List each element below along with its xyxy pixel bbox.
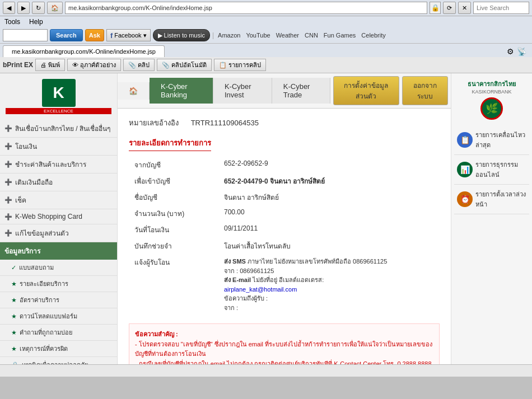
help-menu[interactable]: Help: [27, 17, 45, 26]
expand-icon-check: ➕: [4, 196, 12, 204]
bank-logo-icon: 🌿: [480, 97, 503, 120]
sms-desc: ภาษาไทย ไม่ยังหมายเลขโทรศัพท์มือถือ 0869…: [248, 258, 387, 265]
ref-label: หมายเลขอ้างอิง: [129, 119, 179, 127]
preview-label: อุภาศ์ตัวอย่าง: [80, 60, 116, 70]
sidebar-item-incident[interactable]: ★ เหตุการณ์ที่ควรผิด: [0, 341, 117, 357]
facebook-button[interactable]: f Facebook ▾: [106, 29, 151, 41]
bprint-logo: bPrint EX: [3, 61, 33, 69]
clipboard-icon: 📋: [460, 135, 470, 144]
auto-clip-button[interactable]: 📎 คลิปอัตโนมัติ: [157, 59, 212, 71]
online-icon: 📊: [457, 162, 473, 177]
nav-tab-trade[interactable]: K-Cyber Trade: [272, 78, 330, 104]
chart-icon: 📊: [460, 165, 470, 174]
tools-menu[interactable]: Tools: [3, 17, 22, 26]
table-row-amount: จำนวนเงิน (บาท) 700.00: [129, 205, 440, 222]
nav-tab-invest[interactable]: K-Cyber Invest: [213, 78, 272, 104]
cnn-link[interactable]: CNN: [303, 32, 320, 39]
sidebar-item-payment[interactable]: ➕ ชำระค่าสินค้าและบริการ: [0, 156, 117, 173]
expand-icon-payment: ➕: [4, 161, 12, 168]
bank-name-th: ธนาคารกสิกรไทย: [454, 79, 529, 89]
sidebar-menu: ➕ สินเชื่อบ้านกสิกรไทย / สินเชื่ออื่นๆ ➕…: [0, 120, 117, 242]
expand-icon-loan: ➕: [4, 125, 12, 132]
transfer-date-value: 09/11/2011: [218, 222, 440, 238]
preview-button[interactable]: 👁 อุภาศ์ตัวอย่าง: [67, 59, 121, 71]
weather-link[interactable]: Weather: [274, 32, 301, 39]
fun-games-link[interactable]: Fun Games: [322, 32, 357, 39]
right-menu-online[interactable]: 📊 รายการธุรกรรมออนไลน์: [454, 155, 529, 185]
star-bullet-4: ★: [11, 329, 17, 336]
auto-clip-label: คลิปอัตโนมัติ: [171, 60, 207, 70]
sidebar-item-loan[interactable]: ➕ สินเชื่อบ้านกสิกรไทย / สินเชื่ออื่นๆ: [0, 120, 117, 138]
right-menu-recent[interactable]: 📋 รายการเคลื่อนไหวล่าสุด: [454, 125, 529, 155]
live-search-input[interactable]: [473, 2, 529, 14]
email-desc: ไม่ยังที่อยู่ อีเมลต์แอดเดรส:: [253, 276, 324, 283]
bank-logo-area: K EXCELLENCE: [0, 73, 117, 120]
lock-icon: 🔒: [430, 2, 441, 14]
scheduled-label: รายการตั้งเวลาล่วงหน้า: [475, 189, 526, 209]
refresh-button[interactable]: ↻: [32, 2, 45, 14]
sidebar-item-service-detail[interactable]: ★ รายละเอียดบริการ: [0, 276, 117, 292]
stop-button[interactable]: ✕: [458, 2, 471, 14]
bank-note-value: โอนค่าเสื้อไทรโทนดลับ: [218, 238, 440, 254]
bank-note-label: บันทึกช่วยจำ: [129, 238, 218, 254]
cyber-banking-label: K-Cyber Banking: [161, 82, 202, 99]
sidebar-item-shopping[interactable]: ➕ K-Web Shopping Card: [0, 209, 117, 224]
forward-button[interactable]: ▶: [17, 2, 30, 14]
music-button[interactable]: ▶ Listen to music: [153, 29, 210, 41]
nav-actions: การตั้งค่าข้อมูลส่วนตัว ออกจากระบบ: [330, 73, 451, 108]
from-account-value: 652-2-09652-9: [218, 157, 440, 173]
sidebar-item-edit-info[interactable]: ➕ แก้ไขข้อมูลส่วนตัว: [0, 224, 117, 242]
address-bar[interactable]: [65, 2, 427, 14]
incident-label: เหตุการณ์ที่ควรผิด: [20, 344, 68, 354]
table-row-name: ชื่อบัญชี จินดนา อาริกษ์สิตย์: [129, 189, 440, 205]
nav-tab-home[interactable]: 🏠: [118, 82, 150, 100]
nav-tab-cyber-banking[interactable]: K-Cyber Banking: [150, 78, 213, 104]
sidebar-item-security[interactable]: 🔒 เทคนิคเพื่อความปลอดภัย: [0, 357, 117, 364]
status-bar: [0, 364, 532, 377]
search-button[interactable]: Search: [50, 29, 83, 41]
youtube-link[interactable]: YouTube: [244, 32, 272, 39]
sidebar-item-transfer[interactable]: ➕ โอนเงิน: [0, 138, 117, 156]
rate-label: อัตราค่าบริการ: [20, 295, 59, 305]
table-row-to: เพื่อเข้าบัญชี 652-2-04479-0 จินดนา อาริ…: [129, 173, 440, 189]
rss-icon[interactable]: 📡: [517, 47, 526, 56]
right-menu-scheduled[interactable]: ⏰ รายการตั้งเวลาล่วงหน้า: [454, 185, 529, 214]
to-account-label: เพื่อเข้าบัญชี: [129, 173, 218, 189]
facebook-icon: f: [110, 31, 113, 40]
transaction-area: หมายเลขอ้างอิง TRTR111109064535 รายละเอี…: [118, 109, 451, 364]
celebrity-link[interactable]: Celebrity: [360, 32, 387, 39]
important-title: ข้อความสำคัญ :: [135, 330, 433, 340]
clip-button[interactable]: 📎 คลิป: [123, 59, 155, 71]
bank-k-icon: 🌿: [486, 102, 498, 115]
sidebar-item-topup[interactable]: ➕ เติมเงินมือถือ: [0, 173, 117, 191]
back-button[interactable]: ◀: [3, 2, 15, 14]
browser-chrome: ◀ ▶ ↻ 🏠 🔒 ⟳ ✕ Tools Help Search Ask f Fa…: [0, 0, 532, 73]
from-account-label: จากบัญชี: [129, 157, 218, 173]
ask-button[interactable]: Ask: [85, 29, 104, 41]
auto-clip-icon: 📎: [162, 62, 170, 69]
sidebar-item-rate[interactable]: ★ อัตราค่าบริการ: [0, 292, 117, 308]
sidebar-item-check[interactable]: ➕ เช็ค: [0, 191, 117, 209]
reload-button[interactable]: ⟳: [443, 2, 456, 14]
sidebar-item-survey[interactable]: ✓ แบบสอบถาม: [0, 260, 117, 276]
payment-label: ชำระค่าสินค้าและบริการ: [15, 159, 86, 170]
logout-button[interactable]: ออกจากระบบ: [402, 76, 448, 105]
settings-button[interactable]: การตั้งค่าข้อมูลส่วนตัว: [333, 76, 400, 105]
important-note: ข้อความสำคัญ : - โปรดตรวจสอบ "เลขที่บัญช…: [129, 323, 440, 364]
search-field[interactable]: [3, 29, 48, 41]
amazon-link[interactable]: Amazon: [216, 32, 242, 39]
print-button[interactable]: 🖨 พิมพ์: [35, 59, 65, 71]
ref-number-row: หมายเลขอ้างอิง TRTR111109064535: [129, 117, 440, 129]
home-nav-button[interactable]: 🏠: [47, 2, 63, 14]
important-text-1: - โปรดตรวจสอบ "เลขที่บัญชี" ซึ่งปรากฎใน …: [135, 340, 433, 359]
sidebar-item-faq[interactable]: ★ คำถามที่ถูกถามบ่อย: [0, 325, 117, 341]
bank-logo-right: ธนาคารกสิกรไทย KASIKORNBANK 🌿: [454, 79, 529, 120]
sidebar-item-download[interactable]: ★ ดาวน์โหลดแบบฟอร์ม: [0, 308, 117, 325]
bank-name-en: KASIKORNBANK: [454, 89, 529, 95]
sms-from: จาก : 0869661125: [224, 267, 274, 274]
settings-icon[interactable]: ⚙: [507, 47, 514, 56]
edit-info-label: แก้ไขข้อมูลส่วนตัว: [15, 228, 69, 238]
clip-list-button[interactable]: 📋 รายการคลิป: [214, 59, 266, 71]
active-tab[interactable]: me.kasikornbankgroup.com/K-Online/indexH…: [3, 45, 165, 57]
nav-tabs: 🏠 K-Cyber Banking K-Cyber Invest K-Cyber…: [118, 78, 330, 104]
